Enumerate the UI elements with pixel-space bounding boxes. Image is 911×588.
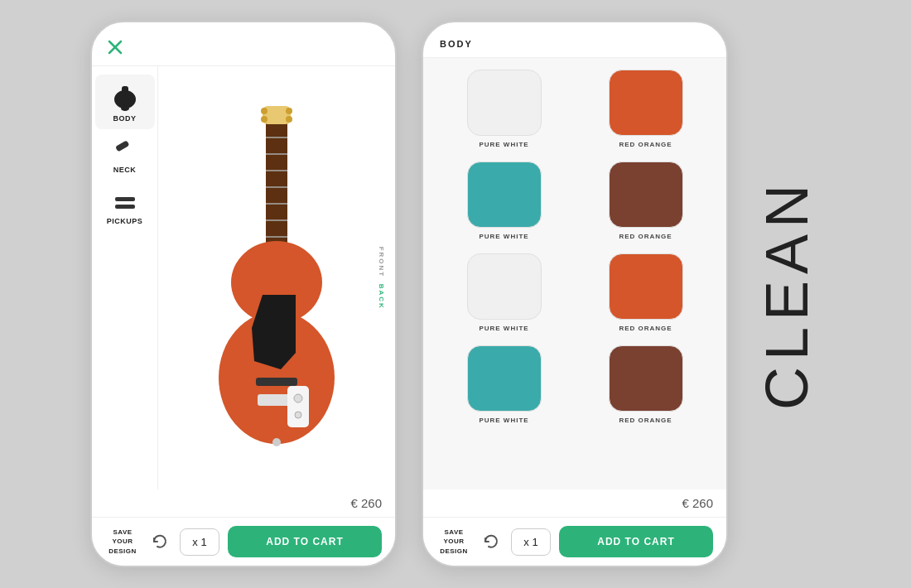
color-swatch-red-2: [609, 253, 683, 320]
svg-point-4: [121, 106, 129, 111]
refresh-button-right[interactable]: [480, 530, 503, 553]
guitar-svg: [194, 104, 359, 452]
svg-rect-5: [115, 140, 129, 152]
sidebar: BODY NECK PICKUPS: [92, 66, 158, 489]
save-design-label-right[interactable]: SAVE YOUR DESIGN: [436, 528, 471, 556]
color-row-4: PURE WHITE RED ORANGE: [440, 345, 710, 424]
svg-rect-24: [256, 378, 297, 386]
color-item-white-1[interactable]: PURE WHITE: [440, 70, 568, 148]
front-back-labels: FRONT BACK: [378, 246, 385, 310]
add-to-cart-button-right[interactable]: ADD TO CART: [559, 526, 713, 557]
color-name-white-2: PURE WHITE: [479, 325, 528, 332]
sidebar-item-neck[interactable]: NECK: [95, 133, 155, 181]
sidebar-pickups-label: PICKUPS: [107, 217, 143, 225]
left-phone-header: [92, 22, 395, 66]
right-bottom-bar: SAVE YOUR DESIGN x 1 ADD TO CART: [423, 517, 726, 566]
color-name-teal-2: PURE WHITE: [479, 417, 528, 424]
color-name-white-1: PURE WHITE: [479, 141, 528, 148]
color-row-1: PURE WHITE RED ORANGE: [440, 70, 710, 148]
color-swatch-white-1: [467, 70, 542, 136]
sidebar-item-body[interactable]: BODY: [95, 75, 155, 129]
svg-point-18: [261, 116, 268, 123]
svg-point-19: [286, 108, 292, 114]
brand-text: CLEAN: [753, 178, 821, 410]
svg-rect-6: [115, 197, 135, 201]
color-swatch-teal-2: [467, 345, 542, 412]
color-name-red-2: RED ORANGE: [619, 325, 672, 332]
color-item-brown-1[interactable]: RED ORANGE: [581, 161, 710, 240]
color-swatch-brown-1: [609, 161, 683, 228]
sidebar-item-pickups[interactable]: PICKUPS: [95, 184, 155, 232]
phone-left: BODY NECK PICKUPS: [90, 21, 397, 567]
svg-point-26: [272, 438, 281, 446]
color-item-red-1[interactable]: RED ORANGE: [581, 70, 710, 148]
svg-rect-16: [263, 106, 291, 124]
left-phone-content: BODY NECK PICKUPS: [92, 66, 395, 489]
color-swatch-brown-2: [609, 345, 683, 412]
left-bottom-bar: SAVE YOUR DESIGN x 1 ADD TO CART: [92, 517, 395, 566]
color-item-brown-2[interactable]: RED ORANGE: [581, 345, 710, 424]
front-label: FRONT: [378, 246, 385, 277]
color-name-brown-1: RED ORANGE: [619, 233, 672, 240]
color-swatch-teal-1: [467, 161, 542, 228]
svg-rect-27: [287, 386, 309, 427]
color-row-2: PURE WHITE RED ORANGE: [440, 161, 710, 240]
svg-rect-3: [122, 86, 128, 98]
right-phone-header: BODY: [423, 22, 726, 58]
quantity-box[interactable]: x 1: [180, 528, 219, 556]
right-price: € 260: [423, 489, 726, 517]
svg-point-29: [295, 412, 301, 418]
sidebar-body-label: BODY: [113, 114, 136, 123]
add-to-cart-button-left[interactable]: ADD TO CART: [228, 526, 382, 557]
phone-right: BODY PURE WHITE RED ORANGE PURE WHITE: [422, 21, 728, 567]
svg-rect-8: [266, 113, 287, 253]
color-item-teal-1[interactable]: PURE WHITE: [440, 161, 568, 240]
svg-point-20: [286, 116, 292, 123]
guitar-display-area: FRONT BACK: [158, 66, 395, 489]
color-name-red-1: RED ORANGE: [619, 141, 672, 148]
refresh-button[interactable]: [148, 530, 171, 553]
save-design-label[interactable]: SAVE YOUR DESIGN: [105, 528, 140, 556]
color-grid: PURE WHITE RED ORANGE PURE WHITE RED ORA…: [423, 58, 726, 489]
color-row-3: PURE WHITE RED ORANGE: [440, 253, 710, 332]
color-name-brown-2: RED ORANGE: [619, 417, 672, 424]
left-price: € 260: [92, 489, 395, 517]
quantity-box-right[interactable]: x 1: [511, 528, 551, 556]
svg-point-28: [294, 394, 302, 402]
color-name-teal-1: PURE WHITE: [479, 233, 528, 240]
sidebar-neck-label: NECK: [113, 166, 137, 174]
color-item-teal-2[interactable]: PURE WHITE: [440, 345, 568, 424]
color-item-white-2[interactable]: PURE WHITE: [440, 253, 568, 332]
back-label: BACK: [378, 284, 385, 310]
svg-rect-7: [115, 205, 135, 209]
color-item-red-2[interactable]: RED ORANGE: [581, 253, 710, 332]
svg-point-17: [261, 108, 268, 114]
close-button[interactable]: [104, 36, 127, 59]
page-wrapper: BODY NECK PICKUPS: [90, 21, 821, 567]
section-title: BODY: [440, 39, 473, 49]
color-swatch-red-1: [609, 70, 683, 136]
color-swatch-white-2: [467, 253, 542, 320]
